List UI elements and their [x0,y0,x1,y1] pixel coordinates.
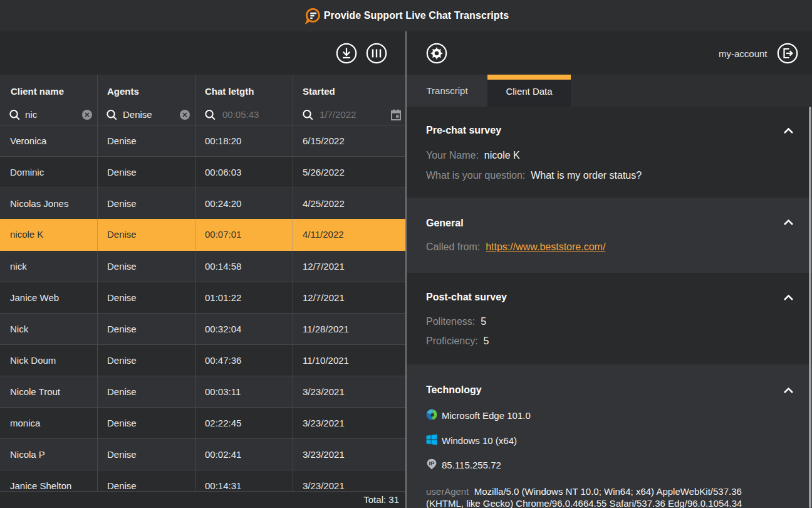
svg-text:IP: IP [429,460,435,467]
